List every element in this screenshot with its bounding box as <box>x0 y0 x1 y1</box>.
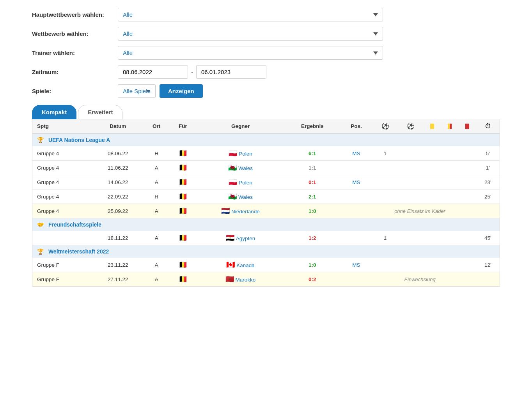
cell-yellow <box>424 161 441 175</box>
cell-goals-scored <box>372 258 398 272</box>
cell-datum: 27.11.22 <box>92 272 144 287</box>
cell-ohne-einsatz: Einwechslung <box>340 272 500 287</box>
flag-opponent-icon: 🇨🇦 <box>226 261 235 269</box>
cell-yellow-red <box>441 161 459 175</box>
flag-self-icon: 🇧🇪 <box>179 164 187 172</box>
table-row: Gruppe 4 25.09.22 A 🇧🇪 🇳🇱 Niederlande 1:… <box>32 204 500 218</box>
cell-red <box>459 146 476 161</box>
opponent-link[interactable]: Ägypten <box>236 236 255 241</box>
tab-kompakt[interactable]: Kompakt <box>32 105 76 119</box>
cell-goals-conceded <box>398 258 423 272</box>
date-to-input[interactable] <box>196 65 266 79</box>
hauptwettbewerb-select[interactable]: Alle <box>118 8 383 21</box>
table-row: Gruppe 4 08.06.22 H 🇧🇪 🇵🇱 Polen 6:1 MS 1… <box>32 146 500 161</box>
cell-ort: A <box>144 161 169 175</box>
table-row: Gruppe 4 11.06.22 A 🇧🇪 🏴󠁧󠁢󠁷󠁬󠁳󠁿 Wales 1:1… <box>32 161 500 175</box>
opponent-link[interactable]: Wales <box>238 194 253 200</box>
cell-datum: 25.09.22 <box>92 204 144 218</box>
wettbewerb-label: Wettbewerb wählen: <box>32 30 118 37</box>
cell-pos <box>340 231 372 245</box>
cell-goals-conceded <box>398 161 423 175</box>
anzeigen-button[interactable]: Anzeigen <box>160 84 203 98</box>
cell-datum: 14.06.22 <box>92 175 144 190</box>
cell-red <box>459 161 476 175</box>
trainer-select[interactable]: Alle <box>118 46 383 60</box>
yellow-card-icon <box>430 124 434 129</box>
cell-pos: MS <box>340 175 372 190</box>
cell-red <box>459 258 476 272</box>
section-title: Freundschaftsspiele <box>48 221 101 228</box>
cell-red <box>459 175 476 190</box>
cell-opponent: 🏴󠁧󠁢󠁷󠁬󠁳󠁿 Wales <box>197 161 285 175</box>
tabs-wrapper: Kompakt Erweitert <box>32 105 500 119</box>
cell-time: 1' <box>476 161 500 175</box>
col-ort: Ort <box>144 119 169 133</box>
tab-erweitert[interactable]: Erweitert <box>78 105 122 119</box>
opponent-link[interactable]: Niederlande <box>231 209 260 214</box>
result-value: 0:2 <box>309 276 316 282</box>
opponent-link[interactable]: Marokko <box>236 277 256 283</box>
cell-yellow-red <box>441 190 459 204</box>
wettbewerb-select[interactable]: Alle <box>118 27 383 41</box>
cell-time: 45' <box>476 231 500 245</box>
pos-link[interactable]: MS <box>352 262 360 268</box>
col-ball-conceded: ⚽ <box>398 119 423 133</box>
cell-datum: 23.11.22 <box>92 258 144 272</box>
cell-yellow-red <box>441 258 459 272</box>
col-clock: ⏱ <box>476 119 500 133</box>
cell-sptg: Gruppe 4 <box>32 161 92 175</box>
cell-pos: MS <box>340 146 372 161</box>
section-title: UEFA Nations League A <box>48 137 110 143</box>
flag-self-icon: 🇧🇪 <box>179 207 187 215</box>
result-value: 2:1 <box>309 194 316 200</box>
cell-yellow <box>424 258 441 272</box>
cell-ohne-einsatz: ohne Einsatz im Kader <box>340 204 500 218</box>
opponent-link[interactable]: Kanada <box>236 262 255 268</box>
cell-yellow <box>424 146 441 161</box>
opponent-link[interactable]: Polen <box>239 151 252 157</box>
result-value: 1:1 <box>309 165 316 171</box>
result-value: 1:0 <box>309 262 316 268</box>
yellow-red-card-icon <box>448 124 452 129</box>
result-value: 0:1 <box>309 179 316 185</box>
flag-opponent-icon: 🇵🇱 <box>229 178 237 186</box>
cell-flag-self: 🇧🇪 <box>169 272 196 287</box>
cell-time: 5' <box>476 146 500 161</box>
date-separator: - <box>191 69 193 75</box>
flag-self-icon: 🇧🇪 <box>179 261 187 269</box>
cell-ergebnis: 2:1 <box>285 190 340 204</box>
cell-datum: 11.06.22 <box>92 161 144 175</box>
cell-sptg: Gruppe 4 <box>32 190 92 204</box>
cell-goals-scored <box>372 161 398 175</box>
opponent-link[interactable]: Wales <box>238 165 253 171</box>
cell-goals-scored: 1 <box>372 146 398 161</box>
flag-opponent-icon: 🇳🇱 <box>221 207 230 215</box>
cell-opponent: 🇪🇬 Ägypten <box>197 231 285 245</box>
pos-link[interactable]: MS <box>352 151 360 156</box>
cell-goals-scored <box>372 190 398 204</box>
cell-opponent: 🏴󠁧󠁢󠁷󠁬󠁳󠁿 Wales <box>197 190 285 204</box>
col-ergebnis: Ergebnis <box>285 119 340 133</box>
zeitraum-label: Zeitraum: <box>32 69 118 75</box>
cell-red <box>459 190 476 204</box>
cell-ergebnis: 6:1 <box>285 146 340 161</box>
spiele-select[interactable]: Alle Spiele <box>118 84 156 98</box>
cell-ort: A <box>144 204 169 218</box>
table-row: Gruppe F 27.11.22 A 🇧🇪 🇲🇦 Marokko 0:2 Ei… <box>32 272 500 287</box>
cell-yellow <box>424 190 441 204</box>
pos-link[interactable]: MS <box>352 179 360 185</box>
cell-time: 23' <box>476 175 500 190</box>
date-from-input[interactable] <box>118 65 188 79</box>
cell-sptg: Gruppe 4 <box>32 204 92 218</box>
opponent-link[interactable]: Polen <box>239 180 252 186</box>
table-row: Gruppe F 23.11.22 A 🇧🇪 🇨🇦 Kanada 1:0 MS … <box>32 258 500 272</box>
cell-ort: H <box>144 146 169 161</box>
cell-datum: 08.06.22 <box>92 146 144 161</box>
cell-ergebnis: 1:1 <box>285 161 340 175</box>
cell-sptg: Gruppe 4 <box>32 146 92 161</box>
result-value: 6:1 <box>309 151 316 156</box>
cell-ergebnis: 1:0 <box>285 204 340 218</box>
table-row: Gruppe 4 22.09.22 H 🇧🇪 🏴󠁧󠁢󠁷󠁬󠁳󠁿 Wales 2:1… <box>32 190 500 204</box>
cell-pos <box>340 190 372 204</box>
red-card-icon <box>465 124 469 129</box>
